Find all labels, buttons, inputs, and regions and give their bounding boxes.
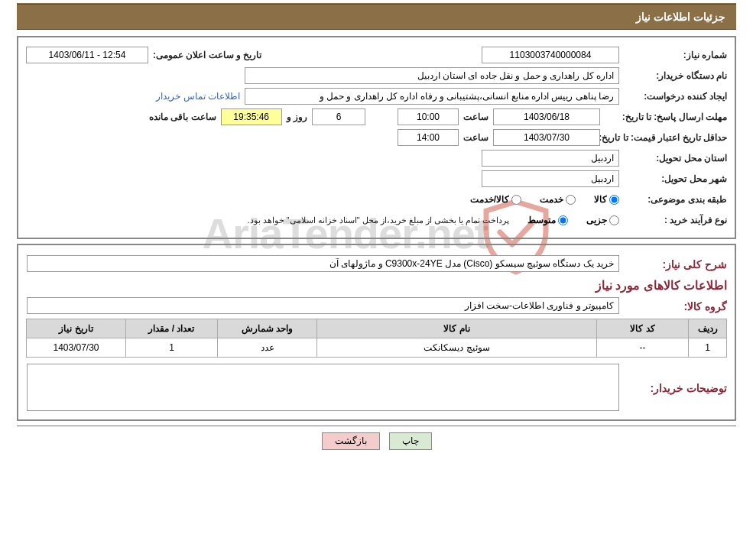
th-date: تاریخ نیاز — [27, 319, 126, 338]
cell-qty: 1 — [126, 338, 218, 358]
cell-unit: عدد — [218, 338, 317, 358]
province-label: استان محل تحویل: — [624, 153, 727, 163]
requester-label: ایجاد کننده درخواست: — [624, 91, 727, 102]
page-title: جزئیات اطلاعات نیاز — [636, 11, 725, 23]
city-field[interactable] — [482, 170, 619, 187]
req-no-field[interactable] — [482, 47, 619, 63]
items-section-title: اطلاعات کالاهای مورد نیاز — [26, 278, 727, 293]
deadline-time-field[interactable] — [398, 108, 459, 125]
th-name: نام کالا — [317, 319, 597, 338]
time-label-2: ساعت — [463, 132, 488, 143]
cat-service-option: خدمت — [540, 194, 576, 205]
desc-field[interactable] — [27, 255, 619, 272]
cat-service-radio[interactable] — [566, 195, 576, 205]
buyer-org-field[interactable] — [245, 67, 619, 84]
days-remaining-field[interactable] — [312, 108, 365, 125]
cell-code: -- — [597, 338, 689, 358]
remaining-label: ساعت باقی مانده — [149, 112, 216, 122]
req-no-label: شماره نیاز: — [624, 50, 727, 60]
group-label: گروه کالا: — [624, 300, 727, 312]
items-panel: شرح کلی نیاز: اطلاعات کالاهای مورد نیاز … — [17, 244, 736, 421]
table-header-row: ردیف کد کالا نام کالا واحد شمارش تعداد /… — [27, 319, 727, 338]
deadline-date-field[interactable] — [493, 108, 600, 125]
province-field[interactable] — [482, 150, 619, 167]
items-table: ردیف کد کالا نام کالا واحد شمارش تعداد /… — [26, 319, 727, 358]
th-qty: تعداد / مقدار — [126, 319, 218, 338]
validity-time-field[interactable] — [398, 129, 459, 146]
th-idx: ردیف — [689, 319, 727, 338]
info-panel: شماره نیاز: تاریخ و ساعت اعلان عمومی: نا… — [17, 36, 736, 239]
days-and-label: روز و — [287, 112, 307, 122]
cat-goods-service-option: کالا/خدمت — [470, 194, 521, 205]
process-partial-option: جزیی — [586, 215, 619, 225]
buyer-contact-link[interactable]: اطلاعات تماس خریدار — [156, 91, 240, 102]
category-label: طبقه بندی موضوعی: — [624, 194, 727, 205]
cell-date: 1403/07/30 — [27, 338, 126, 358]
city-label: شهر محل تحویل: — [624, 173, 727, 184]
print-button[interactable]: چاپ — [389, 432, 432, 450]
group-field[interactable] — [27, 297, 619, 314]
button-bar: چاپ بازگشت — [0, 426, 753, 459]
announce-field[interactable] — [26, 47, 148, 63]
th-unit: واحد شمارش — [218, 319, 317, 338]
table-row: 1 -- سوئیچ دیسکانکت عدد 1 1403/07/30 — [27, 338, 727, 358]
cell-name: سوئیچ دیسکانکت — [317, 338, 597, 358]
th-code: کد کالا — [597, 319, 689, 338]
validity-date-field[interactable] — [493, 129, 600, 146]
cat-goods-option: کالا — [594, 194, 619, 205]
process-note: پرداخت تمام یا بخشی از مبلغ خرید،از محل … — [247, 215, 509, 225]
buyer-notes-label: توضیحات خریدار: — [624, 368, 727, 394]
page-container: جزئیات اطلاعات نیاز شماره نیاز: تاریخ و … — [0, 3, 753, 459]
deadline-label: مهلت ارسال پاسخ: تا تاریخ: — [605, 112, 727, 122]
back-button[interactable]: بازگشت — [322, 432, 380, 450]
time-label-1: ساعت — [463, 112, 488, 122]
cat-goods-service-radio[interactable] — [511, 195, 521, 205]
process-medium-option: متوسط — [527, 215, 568, 225]
validity-label: حداقل تاریخ اعتبار قیمت: تا تاریخ: — [605, 132, 727, 143]
desc-label: شرح کلی نیاز: — [624, 258, 727, 270]
process-medium-radio[interactable] — [558, 215, 568, 225]
cat-goods-radio[interactable] — [609, 195, 619, 205]
countdown-field[interactable] — [221, 108, 282, 125]
process-label: نوع فرآیند خرید : — [624, 215, 727, 225]
cell-idx: 1 — [689, 338, 727, 358]
buyer-org-label: نام دستگاه خریدار: — [624, 70, 727, 81]
page-title-bar: جزئیات اطلاعات نیاز — [17, 4, 736, 30]
buyer-notes-textarea[interactable] — [27, 364, 619, 411]
announce-label: تاریخ و ساعت اعلان عمومی: — [153, 50, 261, 60]
process-partial-radio[interactable] — [609, 215, 619, 225]
requester-field[interactable] — [245, 88, 619, 105]
